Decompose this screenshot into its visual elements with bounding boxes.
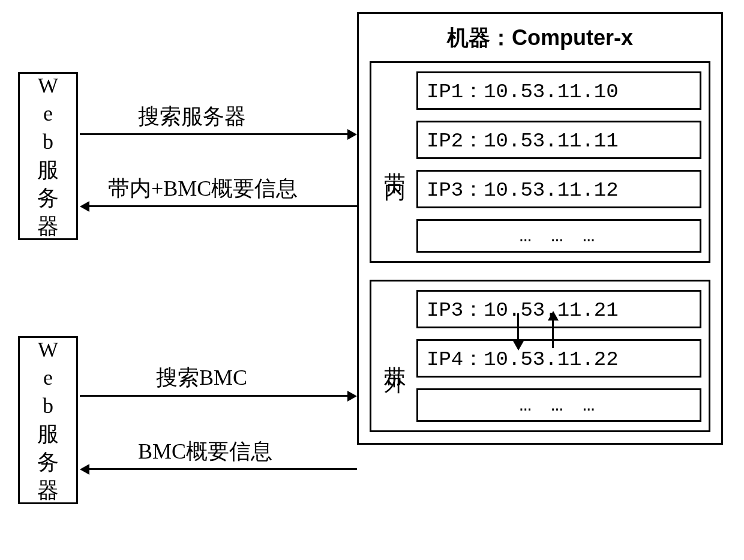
web-server-box-top: W e b 服 务 器	[18, 72, 78, 240]
in-band-label: 带内	[377, 71, 412, 253]
ip-entry: IP3：10.53.11.21	[416, 290, 701, 328]
arrow-label-search-server: 搜索服务器	[138, 102, 246, 131]
ip-entry-more: … … …	[416, 219, 701, 253]
in-band-list: IP1：10.53.11.10 IP2：10.53.11.11 IP3：10.5…	[416, 71, 701, 253]
ip-entry: IP1：10.53.11.10	[416, 71, 701, 110]
ip-entry: IP2：10.53.11.11	[416, 121, 701, 159]
vertical-arrow-right-head	[548, 311, 559, 321]
out-of-band-list: IP3：10.53.11.21 IP4：10.53.11.22 … … …	[416, 290, 701, 422]
ip-entry: IP4：10.53.11.22	[416, 339, 701, 378]
arrow-label-inband-info: 带内+BMC概要信息	[108, 174, 298, 203]
machine-title: 机器：Computer-x	[370, 23, 710, 53]
arrow-search-server-line	[80, 133, 347, 135]
out-of-band-label: 带外	[377, 290, 412, 422]
in-band-section: 带内 IP1：10.53.11.10 IP2：10.53.11.11 IP3：1…	[370, 61, 710, 263]
web-server-box-bottom: W e b 服 务 器	[18, 336, 78, 504]
vertical-arrow-left-line	[517, 313, 519, 341]
web-server-label-bottom: W	[38, 336, 58, 364]
arrow-bmc-info-line	[89, 468, 357, 470]
arrow-label-bmc-info: BMC概要信息	[138, 437, 272, 466]
web-server-label-top: W	[38, 72, 58, 100]
arrow-search-bmc-line	[80, 395, 347, 397]
machine-box: 机器：Computer-x 带内 IP1：10.53.11.10 IP2：10.…	[357, 12, 723, 445]
arrow-bmc-info-head	[80, 464, 89, 475]
vertical-arrow-right-line	[552, 321, 554, 348]
vertical-arrow-left-head	[513, 341, 524, 351]
ip-entry: IP3：10.53.11.12	[416, 170, 701, 208]
arrow-inband-info-head	[80, 201, 89, 212]
out-of-band-section: 带外 IP3：10.53.11.21 IP4：10.53.11.22 … … …	[370, 280, 710, 432]
arrow-inband-info-line	[89, 205, 357, 207]
arrow-label-search-bmc: 搜索BMC	[156, 363, 247, 393]
ip-entry-more: … … …	[416, 388, 701, 422]
arrow-search-server-head	[347, 129, 357, 140]
arrow-search-bmc-head	[347, 391, 357, 402]
